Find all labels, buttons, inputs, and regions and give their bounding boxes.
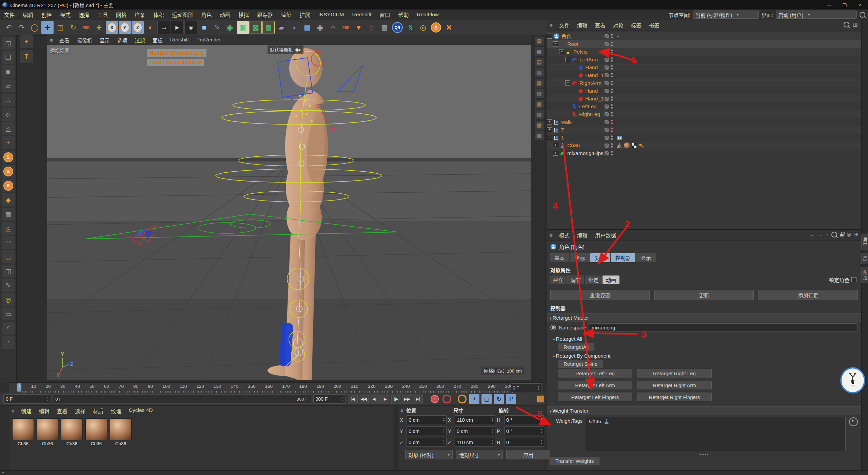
subtab-adjust[interactable]: 调节 (567, 276, 584, 284)
camera-chip[interactable]: 默认摄像机◉▸ (268, 45, 303, 54)
rot-h-field[interactable]: 0 °▴▾ (504, 415, 544, 424)
ruler-end-field[interactable]: 0 F▴▾ (511, 383, 541, 392)
object-row-root[interactable]: −Root (547, 40, 861, 48)
snap-icon[interactable]: ◠ (2, 236, 15, 249)
coord-mode-select[interactable]: 对象 (相对)▾ (405, 450, 453, 459)
menu-item[interactable]: 窗口 (375, 11, 394, 18)
close-button[interactable]: × (852, 0, 868, 10)
namespace-field[interactable]: mixamorig: (589, 323, 858, 332)
texture-mode-icon[interactable]: ◙ (2, 65, 15, 78)
rotate-tool-icon[interactable]: ↻ (67, 21, 79, 34)
retarget-all-button[interactable]: RetargetAll (558, 343, 594, 351)
layout-palette-icon-1[interactable]: ▦ (535, 37, 544, 45)
size-z-field[interactable]: 110 cm▴▾ (455, 438, 495, 446)
menu-item[interactable]: 模拟 (234, 11, 253, 18)
menu-item[interactable]: 网格 (112, 11, 131, 18)
resize-handle[interactable]: ••••• (547, 453, 861, 456)
drop-to-floor-icon[interactable]: ▼ (353, 21, 365, 34)
target-icon[interactable]: ◎ (417, 21, 429, 34)
record-keyframe-button[interactable]: ⁄ (430, 394, 440, 404)
cube-primitive-icon[interactable]: ■ (198, 21, 210, 34)
weight-tag-icon[interactable] (638, 142, 645, 149)
viewport-menu-item[interactable]: 过滤 (131, 37, 149, 44)
tab-controller[interactable]: 控制器 (611, 253, 635, 262)
material-item[interactable]: Ch36 (37, 418, 58, 446)
object-row-hand1[interactable]: Hand_1 (547, 95, 861, 102)
material-menu-item[interactable]: 材质 (89, 407, 107, 415)
object-row-rightleg[interactable]: RightLeg (547, 110, 861, 118)
gem-tool-icon[interactable]: ◆ (2, 193, 15, 206)
range-slider[interactable]: 0 F300 F (52, 394, 311, 404)
lock-character-checkbox[interactable] (851, 277, 856, 282)
tab-coordinates[interactable]: 坐标 (570, 253, 590, 262)
keyframe-selection-button[interactable] (457, 394, 467, 404)
menu-item[interactable]: 样条 (131, 11, 149, 18)
pos-z-field[interactable]: 0 cm▴▾ (407, 438, 447, 446)
next-key-button[interactable]: ▶▶ (402, 394, 412, 404)
retarget-right-leg-button[interactable]: Retarget Right Leg (637, 369, 712, 378)
om-menu-item[interactable]: 标签 (627, 21, 645, 29)
current-frame-field[interactable]: 0 F▴▾ (3, 394, 50, 404)
namespace-radio[interactable] (550, 325, 556, 330)
prev-key-button[interactable]: ◀◀ (359, 394, 369, 404)
play-button[interactable]: ▶ (380, 394, 390, 404)
material-thumbnail[interactable] (12, 418, 34, 440)
live-selection-icon[interactable]: ◯ (28, 21, 41, 34)
retarget-right-fingers-button[interactable]: Retarget Right Fingers (637, 393, 712, 402)
retarget-left-fingers-button[interactable]: Retarget Left Fingers (558, 393, 632, 402)
lock-icon[interactable] (840, 234, 844, 236)
layout-palette-icon-7[interactable]: ▦ (535, 100, 544, 109)
texture-tag-icon[interactable] (624, 142, 630, 148)
goto-end-button[interactable]: ▶| (413, 394, 423, 404)
menu-item[interactable]: 角色 (197, 11, 216, 18)
layout-palette-icon-10[interactable]: ▩ (535, 131, 544, 140)
volume-builder-icon[interactable]: ▣ (237, 21, 249, 34)
menu-item[interactable]: RealFlow (413, 12, 443, 18)
edges-mode-icon[interactable]: ◇ (2, 108, 15, 121)
model-mode-icon[interactable]: ❒ (2, 51, 15, 64)
om-search-icon[interactable] (844, 22, 849, 27)
layer-toggle[interactable] (605, 34, 609, 38)
viewport-menu-item[interactable]: 面板 (149, 37, 166, 44)
menu-item[interactable]: 帮助 (394, 11, 413, 18)
size-mode-select[interactable]: 绝对尺寸▾ (456, 450, 503, 459)
material-menu-item[interactable]: 编辑 (35, 407, 53, 415)
dock-tab-attributes[interactable]: 属性 (861, 234, 868, 250)
reset-pose-button[interactable]: 重设姿态 (550, 290, 650, 300)
size-y-field[interactable]: 0 cm▴▾ (455, 426, 495, 435)
material-item[interactable]: Ch36 (12, 418, 34, 446)
object-row-hand1[interactable]: Hand_1 (547, 71, 861, 79)
om-menu-item[interactable]: 编辑 (573, 21, 591, 29)
render-picture-viewer-icon[interactable]: ▶ (171, 21, 184, 34)
character-object-icon[interactable]: § (404, 21, 416, 34)
om-menu-item[interactable]: 查看 (591, 21, 609, 29)
tab-basic[interactable]: 基本 (550, 253, 569, 262)
display-tag-icon[interactable] (631, 142, 637, 149)
rot-p-field[interactable]: 0 °▴▾ (504, 426, 544, 435)
history-forward-icon[interactable]: → (818, 232, 823, 238)
material-thumbnail[interactable] (37, 418, 58, 440)
autokey-button[interactable] (442, 394, 452, 404)
weighttags-list[interactable]: Ch36 (586, 417, 846, 451)
search-icon[interactable] (860, 12, 865, 18)
magnet-icon[interactable]: ◡ (2, 250, 15, 263)
menu-item[interactable]: 扩展 (296, 11, 314, 18)
viewport-menu-item[interactable]: 显示 (96, 37, 114, 44)
prev-frame-button[interactable]: ◀| (370, 394, 379, 404)
pos-x-field[interactable]: 0 cm▴▾ (407, 415, 447, 424)
record-rotation-toggle[interactable]: ↻ (494, 394, 504, 404)
viewport-menu-item[interactable]: ProRender (193, 37, 225, 44)
object-row-walk[interactable]: +walk (547, 118, 861, 126)
maximize-button[interactable]: ▢ (837, 0, 852, 10)
lock-y-icon[interactable]: Y (119, 21, 131, 34)
rot-b-field[interactable]: 0 °▴▾ (504, 438, 544, 446)
arc-up-icon[interactable]: ◜ (2, 322, 15, 335)
record-pla-toggle[interactable]: ∷ (518, 394, 528, 404)
undo-icon[interactable]: ↶ (3, 21, 15, 34)
subtab-bind[interactable]: 绑定 (585, 276, 602, 284)
arc-down-icon[interactable]: ◝ (2, 336, 15, 349)
last-tool-psr-icon[interactable]: PSR (80, 21, 92, 34)
focus-icon[interactable]: ◎ (847, 231, 851, 238)
qr-code-icon[interactable]: QR (391, 21, 403, 34)
om-menu-item[interactable]: 文件 (555, 21, 573, 29)
